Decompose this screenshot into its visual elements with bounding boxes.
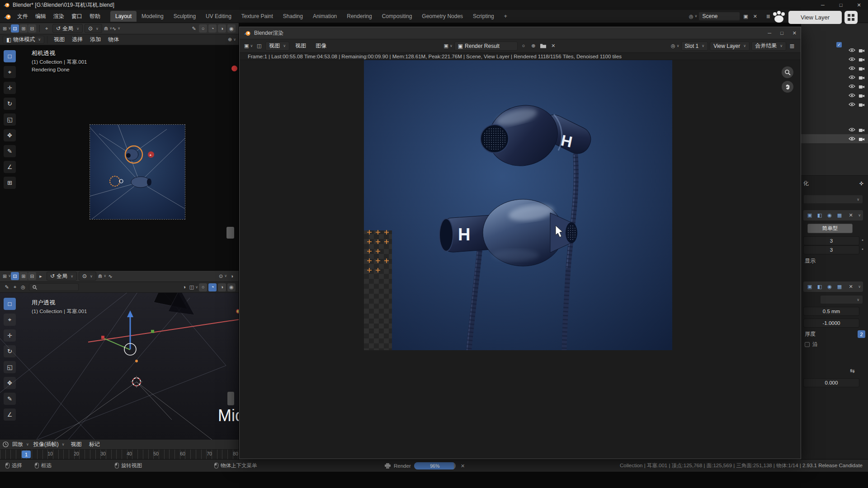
modifier-header[interactable]: ▣ ◧ ◉ ▦ ✕ ∨	[803, 210, 863, 221]
tool-scale[interactable]: ◱	[4, 361, 16, 373]
scene-selector[interactable]: Scene	[698, 12, 740, 21]
tool-cursor[interactable]: ⌖	[4, 314, 16, 326]
new-image-button[interactable]: ⊕	[529, 42, 538, 50]
outliner-row[interactable]	[801, 91, 868, 100]
render-window[interactable]: Blender渲染 ─ □ ✕ ▣∨ ◫ 视图∨ 视图 图像 ▣∨ ▣Rende…	[239, 27, 801, 459]
tool-add-cube[interactable]: ⊞	[4, 177, 16, 189]
tab-rendering[interactable]: Rendering	[342, 11, 377, 22]
editor-type-icon[interactable]: ⊞∨	[3, 272, 11, 280]
factor-field[interactable]: 0.000	[803, 378, 859, 387]
render-minimize-button[interactable]: ─	[768, 30, 771, 36]
subdivision-simple-button[interactable]: 简单型	[807, 224, 853, 233]
shading-solid-button[interactable]: ◔	[208, 283, 217, 291]
pivot-dropdown[interactable]: ⊙∨	[85, 24, 102, 33]
shading-material-button[interactable]: ◑	[218, 24, 226, 33]
annotate-icon[interactable]: ✎	[3, 283, 11, 291]
shading-solid-button[interactable]: ◔	[208, 24, 217, 33]
shading-material-button[interactable]: ◑	[218, 283, 226, 291]
tab-sculpting[interactable]: Sculpting	[169, 11, 201, 22]
options-icon[interactable]: ⊕∨	[228, 36, 236, 44]
render-maximize-button[interactable]: □	[780, 30, 783, 36]
maximize-button[interactable]: □	[832, 0, 850, 10]
shading-rendered-button[interactable]: ◉	[227, 24, 236, 33]
tool-measure[interactable]: ∠	[4, 408, 16, 421]
filter-checkbox[interactable]: ✓	[836, 42, 842, 47]
add-workspace-button[interactable]: +	[499, 11, 512, 22]
xray-icon[interactable]: ◫∨	[189, 283, 198, 291]
viewport-menu-select[interactable]: 选择	[68, 36, 86, 43]
tool-move[interactable]: ✛	[4, 329, 16, 342]
user-viewport[interactable]: ⊞∨ ⊡ ⊞ ⊟ ▸ ↺全局∨ ⊙∨ ⋒∨ ∿ ⊙∨ ◑ ✎ ⌖ ◎ ◑ ◫∨	[0, 270, 239, 440]
tab-compositing[interactable]: Compositing	[377, 11, 417, 22]
tool-cursor[interactable]: ⌖	[4, 66, 16, 78]
delete-modifier-button[interactable]: ✕	[847, 283, 855, 291]
tab-uv-editing[interactable]: UV Editing	[201, 11, 236, 22]
viewport-scrollbar[interactable]	[227, 392, 234, 405]
viewport-menu-add[interactable]: 添加	[86, 36, 104, 43]
display-mode-icon[interactable]: ◫	[255, 42, 263, 50]
zoom-gizmo[interactable]	[782, 66, 793, 78]
render-canvas[interactable]: H H	[240, 60, 801, 459]
editor-type-icon[interactable]: ⊞∨	[3, 24, 11, 33]
tab-modeling[interactable]: Modeling	[137, 11, 169, 22]
tab-scripting[interactable]: Scripting	[468, 11, 499, 22]
pivot-point-icon[interactable]: ⊙∨	[219, 272, 227, 280]
select-mode-edge[interactable]: ⊞	[19, 24, 28, 33]
tab-shading[interactable]: Shading	[278, 11, 308, 22]
tab-layout[interactable]: Layout	[110, 11, 137, 22]
tool-move[interactable]: ✛	[4, 82, 16, 94]
minimize-button[interactable]: ─	[814, 0, 832, 10]
tool-transform[interactable]: ✥	[4, 129, 16, 141]
mode-dropdown[interactable]: ∨	[820, 295, 863, 304]
tool-annotate[interactable]: ✎	[4, 393, 16, 405]
view-layer-field[interactable]: View Layer	[788, 11, 842, 24]
open-image-button[interactable]	[539, 42, 547, 50]
tab-animation[interactable]: Animation	[308, 11, 342, 22]
new-scene-button[interactable]: ▣	[741, 12, 750, 20]
tool-transform[interactable]: ✥	[4, 377, 16, 389]
outliner-row[interactable]	[801, 125, 868, 134]
show-viewport-icon[interactable]: ◉	[826, 211, 834, 220]
playback-menu[interactable]: 回放	[10, 441, 25, 448]
fake-user-icon[interactable]: ○	[519, 42, 528, 50]
show-render-icon[interactable]: ▦	[835, 211, 844, 220]
render-close-button[interactable]: ✕	[793, 30, 797, 36]
cursor-icon[interactable]: ⌖	[42, 24, 51, 33]
timeline[interactable]: 回放∨ 投像(插帧)∨ 视图 标记 1 10 20 30 40 50 60 70…	[0, 440, 239, 459]
outliner-row[interactable]	[801, 64, 868, 73]
outliner-row[interactable]	[801, 46, 868, 55]
layer-dropdown[interactable]: View Layer∨	[710, 42, 750, 51]
render-result-image[interactable]: H H	[364, 60, 672, 350]
count-badge[interactable]: 2	[858, 330, 865, 338]
snap-magnet-icon[interactable]: ⋒∨	[104, 24, 112, 33]
cursor-icon[interactable]: ⌖	[11, 283, 19, 291]
image-name-field[interactable]: ▣Render Result	[454, 42, 518, 51]
tab-texture-paint[interactable]: Texture Paint	[236, 11, 278, 22]
outliner-row[interactable]	[801, 55, 868, 64]
scene-browse-icon[interactable]: ◎∨	[689, 12, 697, 20]
select-mode-face[interactable]: ⊟	[28, 24, 36, 33]
tool-rotate[interactable]: ↻	[4, 98, 16, 110]
search-field[interactable]	[29, 283, 79, 291]
tool-rotate[interactable]: ↻	[4, 345, 16, 357]
show-edit-icon[interactable]: ◧	[816, 283, 824, 291]
channels-icon[interactable]: ▥	[788, 42, 796, 50]
option-checkbox[interactable]	[805, 342, 810, 347]
menu-help[interactable]: 帮助	[86, 13, 104, 20]
timeline-ruler[interactable]: 1 10 20 30 40 50 60 70 80	[0, 450, 239, 459]
unlink-image-button[interactable]: ✕	[549, 42, 557, 50]
outliner-row[interactable]	[801, 82, 868, 91]
proportional-edit-icon[interactable]: ∿∨	[112, 24, 120, 33]
blender-menu-icon[interactable]	[4, 13, 11, 20]
snapping-icon[interactable]: ◑	[228, 272, 236, 280]
modifier-header[interactable]: ▣ ◧ ◉ ▦ ✕ ∨	[803, 282, 863, 292]
select-mode-vertex[interactable]: ⊡	[11, 24, 19, 33]
levels-render-field[interactable]: 3	[803, 245, 859, 254]
render-window-titlebar[interactable]: Blender渲染 ─ □ ✕	[240, 27, 801, 39]
select-mode-edge[interactable]: ⊞	[19, 272, 28, 280]
pivot-dropdown[interactable]: ⊙∨	[79, 272, 96, 281]
timeline-view-menu[interactable]: 视图	[67, 441, 85, 448]
show-viewport-icon[interactable]: ◉	[826, 283, 834, 291]
show-edit-icon[interactable]: ◧	[816, 211, 824, 220]
delete-scene-button[interactable]: ✕	[751, 12, 759, 20]
